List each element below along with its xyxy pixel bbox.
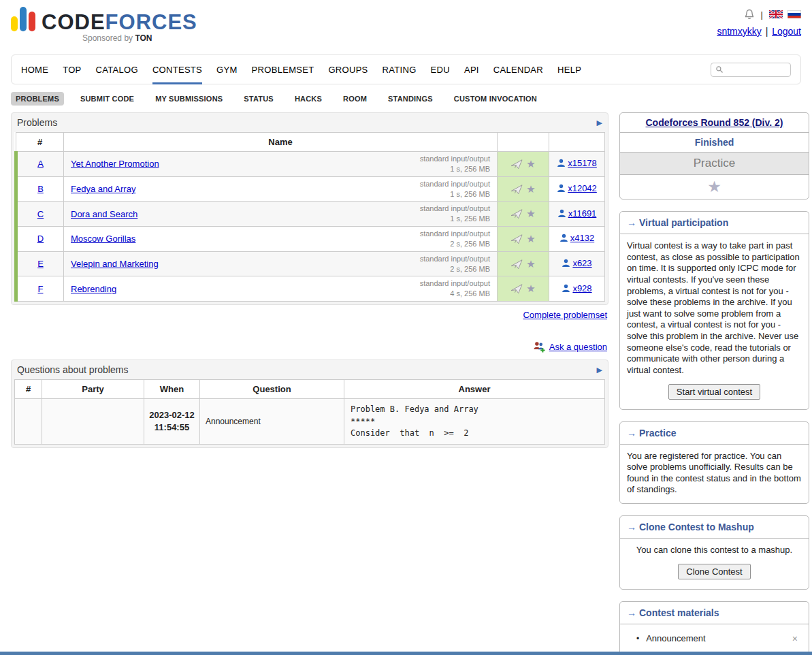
- practice-title: Practice: [639, 428, 676, 438]
- clone-contest-button[interactable]: Clone Contest: [678, 564, 750, 579]
- contest-sub-nav: PROBLEMS SUBMIT CODE MY SUBMISSIONS STAT…: [11, 92, 801, 106]
- arrow-icon: →: [627, 522, 636, 532]
- table-row: F Rebrending standard input/output4 s, 2…: [16, 276, 605, 302]
- problem-index-link[interactable]: A: [37, 159, 44, 169]
- nav-item-api[interactable]: API: [464, 55, 479, 84]
- footer-bar: [0, 652, 812, 655]
- tab-custom-invocation[interactable]: CUSTOM INVOCATION: [449, 92, 542, 106]
- contest-title-link[interactable]: Codeforces Round 852 (Div. 2): [645, 117, 783, 128]
- ask-question-icon: [532, 340, 546, 353]
- problem-io-info: standard input/output1 s, 256 MB: [420, 179, 490, 199]
- nav-item-gym[interactable]: GYM: [216, 55, 238, 84]
- questions-caption: Questions about problems: [17, 364, 128, 375]
- tab-hacks[interactable]: HACKS: [290, 92, 327, 106]
- tab-my-submissions[interactable]: MY SUBMISSIONS: [150, 92, 227, 106]
- star-icon[interactable]: ★: [526, 233, 535, 244]
- questions-table: # Party When Question Answer 2023-02-12 …: [14, 379, 605, 445]
- nav-item-top[interactable]: TOP: [63, 55, 81, 84]
- nav-item-calendar[interactable]: CALENDAR: [493, 55, 543, 84]
- contest-info-box: Codeforces Round 852 (Div. 2) Finished P…: [619, 112, 809, 199]
- user-icon: [562, 284, 570, 293]
- sponsored-by: Sponsored by TON: [82, 33, 197, 43]
- expand-arrow-icon[interactable]: ▶: [597, 118, 602, 127]
- solved-count-link[interactable]: x15178: [557, 158, 597, 168]
- nav-item-problemset[interactable]: PROBLEMSET: [252, 55, 314, 84]
- solved-count-link[interactable]: x928: [562, 283, 591, 293]
- flag-ru-icon[interactable]: [787, 10, 801, 18]
- separator: |: [761, 10, 763, 20]
- ask-question-link[interactable]: Ask a question: [549, 342, 607, 352]
- paper-plane-icon[interactable]: [510, 283, 523, 294]
- table-row: C Dora and Search standard input/output1…: [16, 202, 605, 227]
- favorite-star-icon[interactable]: ★: [707, 178, 721, 195]
- clone-contest-box: →Clone Contest to Mashup You can clone t…: [619, 515, 809, 590]
- star-icon[interactable]: ★: [526, 183, 535, 195]
- nav-item-rating[interactable]: RATING: [383, 55, 417, 84]
- expand-arrow-icon[interactable]: ▶: [597, 366, 602, 374]
- tab-submit-code[interactable]: SUBMIT CODE: [76, 92, 139, 106]
- nav-item-home[interactable]: HOME: [21, 55, 48, 84]
- problem-index-link[interactable]: E: [37, 259, 44, 269]
- page-header: CODEFORCES Sponsored by TON | sntmxykky …: [0, 0, 812, 54]
- bell-icon[interactable]: [744, 9, 755, 20]
- solved-count-link[interactable]: x623: [562, 258, 591, 268]
- problem-title-link[interactable]: Velepin and Marketing: [71, 259, 159, 269]
- flag-uk-icon[interactable]: [769, 10, 783, 18]
- paper-plane-icon[interactable]: [510, 234, 523, 244]
- problem-title-link[interactable]: Dora and Search: [71, 209, 137, 219]
- practice-box: →Practice You are registered for practic…: [619, 421, 809, 505]
- problem-index-link[interactable]: F: [38, 284, 44, 294]
- problem-index-link[interactable]: B: [37, 184, 44, 194]
- clone-contest-title: Clone Contest to Mashup: [639, 522, 754, 532]
- problem-index-link[interactable]: D: [37, 234, 44, 244]
- problem-title-link[interactable]: Yet Another Promotion: [71, 159, 159, 169]
- paper-plane-icon[interactable]: [510, 259, 523, 270]
- paper-plane-icon[interactable]: [510, 159, 523, 170]
- start-virtual-contest-button[interactable]: Start virtual contest: [668, 384, 760, 400]
- tab-problems[interactable]: PROBLEMS: [11, 92, 64, 106]
- arrow-icon: →: [627, 217, 636, 228]
- logout-link[interactable]: Logout: [772, 26, 801, 37]
- nav-item-contests[interactable]: CONTESTS: [152, 55, 202, 84]
- virtual-participation-title: Virtual participation: [639, 217, 728, 228]
- star-icon[interactable]: ★: [526, 158, 535, 170]
- tab-status[interactable]: STATUS: [239, 92, 278, 106]
- clone-contest-text: You can clone this contest to a mashup.: [636, 545, 792, 555]
- header-right: | sntmxykky | Logout: [717, 7, 801, 54]
- arrow-icon: →: [627, 428, 636, 438]
- problems-table: # Name A Yet Another Promotion standard …: [14, 132, 605, 302]
- problem-title-link[interactable]: Fedya and Array: [71, 184, 135, 194]
- q-col-header-when: When: [144, 380, 200, 399]
- paper-plane-icon[interactable]: [510, 208, 523, 219]
- tab-standings[interactable]: STANDINGS: [383, 92, 438, 106]
- solved-count-link[interactable]: x12042: [557, 183, 597, 193]
- problem-title-link[interactable]: Moscow Gorillas: [71, 234, 135, 244]
- main-nav: HOME TOP CATALOG CONTESTS GYM PROBLEMSET…: [11, 54, 801, 84]
- paper-plane-icon[interactable]: [510, 184, 523, 195]
- virtual-participation-text: Virtual contest is a way to take part in…: [627, 240, 800, 375]
- problem-title-link[interactable]: Rebrending: [71, 284, 116, 294]
- contest-mode: Practice: [694, 157, 735, 170]
- question-party: [42, 399, 144, 445]
- material-announcement-link[interactable]: Announcement: [646, 633, 788, 643]
- nav-item-groups[interactable]: GROUPS: [328, 55, 368, 84]
- problem-io-info: standard input/output1 s, 256 MB: [420, 204, 490, 224]
- problem-index-link[interactable]: C: [37, 209, 44, 219]
- star-icon[interactable]: ★: [526, 283, 535, 294]
- user-handle-link[interactable]: sntmxykky: [717, 26, 761, 37]
- star-icon[interactable]: ★: [526, 258, 535, 270]
- solved-count-link[interactable]: x11691: [557, 208, 597, 219]
- tab-room[interactable]: ROOM: [338, 92, 372, 106]
- nav-item-catalog[interactable]: CATALOG: [96, 55, 138, 84]
- close-icon[interactable]: ×: [788, 633, 802, 644]
- nav-item-help[interactable]: HELP: [557, 55, 581, 84]
- contest-materials-box: →Contest materials • Announcement × • Tu…: [619, 601, 809, 655]
- star-icon[interactable]: ★: [526, 208, 535, 219]
- table-row: A Yet Another Promotion standard input/o…: [16, 152, 605, 177]
- arrow-icon: →: [627, 607, 636, 618]
- complete-problemset-link[interactable]: Complete problemset: [523, 310, 607, 320]
- codeforces-logo[interactable]: CODEFORCES: [42, 12, 197, 33]
- solved-count-link[interactable]: x4132: [559, 233, 594, 243]
- search-input[interactable]: [726, 65, 787, 74]
- nav-item-edu[interactable]: EDU: [431, 55, 450, 84]
